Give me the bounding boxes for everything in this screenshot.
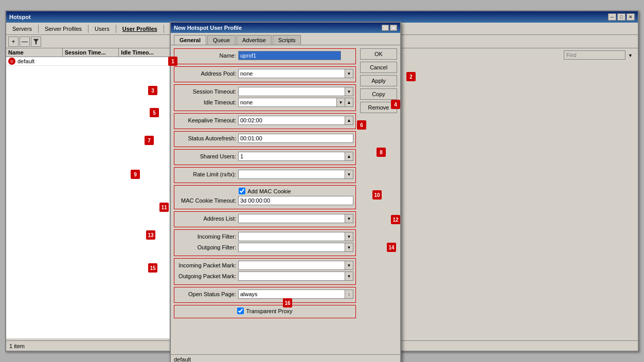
session-timeout-row: Session Timeout: ▼ <box>176 87 353 96</box>
menu-separator-1 <box>38 25 39 33</box>
idle-timeout-dropdown1[interactable]: ▼ <box>337 98 345 107</box>
rate-limit-label: Rate Limit (rx/tx): <box>176 171 238 177</box>
keepalive-field: ▲ <box>238 116 353 125</box>
find-dropdown-btn[interactable]: ▼ <box>628 53 633 58</box>
tab-advertise[interactable]: Advertise <box>237 35 272 45</box>
cancel-button[interactable]: Cancel <box>360 62 397 73</box>
badge-7: 7 <box>145 136 154 145</box>
tab-scripts[interactable]: Scripts <box>273 35 301 45</box>
dialog-restore-button[interactable]: □ <box>382 25 389 31</box>
keepalive-row: Keepalive Timeout: ▲ <box>176 116 353 125</box>
outgoing-filter-label: Outgoing Filter: <box>176 244 238 250</box>
address-list-input[interactable] <box>238 214 345 223</box>
badge-13: 13 <box>146 230 155 240</box>
badge-9: 9 <box>131 170 140 179</box>
minimize-button[interactable]: ─ <box>608 13 616 21</box>
transparent-proxy-label: Transparent Proxy <box>246 308 292 314</box>
menu-server-profiles[interactable]: Server Profiles <box>41 25 86 33</box>
outgoing-filter-field: ▼ <box>238 243 353 252</box>
shared-users-spinner[interactable]: ▲ <box>345 152 353 161</box>
incoming-filter-input[interactable] <box>238 232 345 241</box>
section-packet-marks: Incoming Packet Mark: ▼ Outgoing Packet … <box>174 258 356 285</box>
mac-cookie-timeout-input[interactable] <box>238 196 353 205</box>
apply-button[interactable]: Apply <box>360 75 397 86</box>
mac-cookie-timeout-label: MAC Cookie Timeout: <box>176 197 238 204</box>
idle-timeout-input[interactable] <box>238 98 337 107</box>
row-name: default <box>17 58 34 64</box>
menu-user-profiles[interactable]: User Profiles <box>118 25 162 33</box>
badge-12: 12 <box>391 215 400 224</box>
rate-limit-dropdown[interactable]: ▼ <box>345 170 353 179</box>
autorefresh-label: Status Autorefresh: <box>176 135 238 141</box>
section-name: Name: <box>174 48 356 64</box>
open-status-page-label: Open Status Page: <box>176 291 238 297</box>
find-bar: ▼ <box>564 50 633 60</box>
autorefresh-input[interactable] <box>238 134 353 143</box>
address-list-field: ▼ <box>238 214 353 223</box>
badge-1: 1 <box>168 57 177 66</box>
menu-users[interactable]: Users <box>91 25 114 33</box>
badge-16: 16 <box>283 298 292 307</box>
rate-limit-input[interactable] <box>238 170 345 179</box>
transparent-proxy-checkbox[interactable] <box>237 307 244 314</box>
address-pool-input[interactable] <box>238 69 345 78</box>
incoming-packet-mark-field: ▼ <box>238 261 353 270</box>
outgoing-filter-input[interactable] <box>238 243 345 252</box>
outgoing-packet-mark-dropdown[interactable]: ▼ <box>345 272 353 281</box>
outgoing-packet-mark-field: ▼ <box>238 272 353 281</box>
outgoing-packet-mark-input[interactable] <box>238 272 345 281</box>
session-timeout-field: ▼ <box>238 87 353 96</box>
filter-button[interactable] <box>31 37 41 47</box>
close-button[interactable]: ✕ <box>627 13 635 21</box>
incoming-packet-mark-dropdown[interactable]: ▼ <box>345 261 353 270</box>
idle-timeout-spinner[interactable]: ▲ <box>345 98 353 107</box>
section-address-list: Address List: ▼ <box>174 211 356 227</box>
menu-servers[interactable]: Servers <box>8 25 36 33</box>
add-button[interactable]: + <box>8 37 19 47</box>
incoming-filter-dropdown[interactable]: ▼ <box>345 232 353 241</box>
keepalive-spinner[interactable]: ▲ <box>345 116 353 125</box>
menu-separator-2 <box>88 25 88 33</box>
badge-15: 15 <box>148 263 157 273</box>
name-label: Name: <box>176 52 238 59</box>
address-list-dropdown[interactable]: ▼ <box>345 214 353 223</box>
copy-button[interactable]: Copy <box>360 88 397 100</box>
shared-users-input[interactable] <box>238 152 345 161</box>
incoming-filter-label: Incoming Filter: <box>176 233 238 240</box>
find-input[interactable] <box>564 50 625 60</box>
idle-timeout-label: Idle Timeout: <box>176 99 238 105</box>
keepalive-input[interactable] <box>238 116 345 125</box>
section-address-pool: Address Pool: ▼ <box>174 66 356 82</box>
remove-button[interactable]: — <box>20 37 30 47</box>
outgoing-packet-mark-row: Outgoing Packet Mark: ▼ <box>176 272 353 281</box>
section-rate-limit: Rate Limit (rx/tx): ▼ <box>174 167 356 183</box>
rate-limit-row: Rate Limit (rx/tx): ▼ <box>176 170 353 179</box>
open-status-page-dropdown[interactable]: ↕ <box>345 289 353 299</box>
tab-general[interactable]: General <box>174 35 206 45</box>
filter-icon <box>33 39 39 45</box>
table-row[interactable]: D default <box>6 57 175 66</box>
dialog-titlebar: New Hotspot User Profile □ ✕ <box>171 23 400 33</box>
dialog-close-button[interactable]: ✕ <box>390 25 397 31</box>
name-input[interactable] <box>238 51 341 60</box>
maximize-button[interactable]: □ <box>617 13 625 21</box>
dialog-controls: □ ✕ <box>382 25 397 31</box>
add-mac-cookie-checkbox[interactable] <box>239 188 245 194</box>
session-timeout-dropdown[interactable]: ▼ <box>345 87 353 96</box>
dialog-action-buttons: OK Cancel Apply Copy Remove <box>360 48 397 351</box>
ok-button[interactable]: OK <box>360 48 397 60</box>
section-mac-cookie: Add MAC Cookie MAC Cookie Timeout: <box>174 185 356 209</box>
outgoing-filter-dropdown[interactable]: ▼ <box>345 243 353 252</box>
incoming-filter-row: Incoming Filter: ▼ <box>176 232 353 241</box>
badge-3: 3 <box>148 86 157 95</box>
section-timeouts: Session Timeout: ▼ Idle Timeout: ▼ ▲ <box>174 84 356 111</box>
badge-6: 6 <box>357 120 366 130</box>
address-pool-dropdown[interactable]: ▼ <box>345 69 353 78</box>
dialog-body: Name: Address Pool: ▼ <box>171 45 400 354</box>
tab-queue[interactable]: Queue <box>207 35 236 45</box>
rate-limit-field: ▼ <box>238 170 353 179</box>
open-status-page-input[interactable] <box>238 289 345 299</box>
incoming-packet-mark-input[interactable] <box>238 261 345 270</box>
session-timeout-input[interactable] <box>238 87 345 96</box>
col-idle-timeout: Idle Timeo... <box>119 48 175 57</box>
